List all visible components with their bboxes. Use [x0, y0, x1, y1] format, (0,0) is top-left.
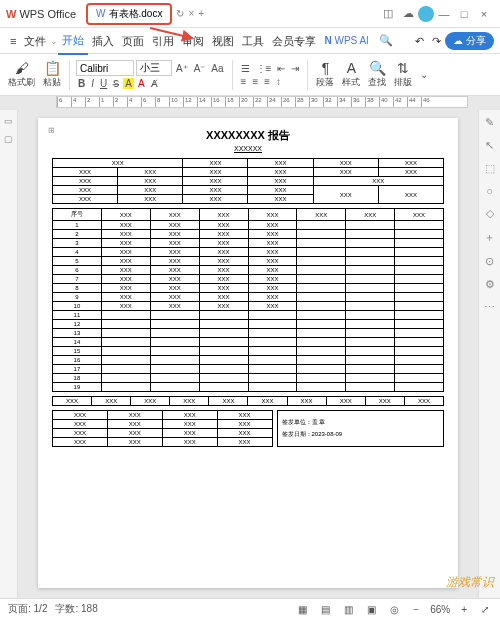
bullets-icon[interactable]: ☰	[239, 63, 252, 74]
hamburger-icon[interactable]: ≡	[6, 28, 20, 54]
clear-format-icon[interactable]: A̸	[149, 78, 160, 89]
numbering-icon[interactable]: ⋮≡	[254, 63, 274, 74]
app-logo: W	[6, 8, 16, 20]
increase-font-icon[interactable]: A⁺	[174, 63, 190, 74]
document-tab[interactable]: W 有表格.docx	[86, 3, 172, 25]
document-page[interactable]: ⊞ XXXXXXXX 报告 XXXXXX XXXXXXXXXXXXXXXXXXX…	[38, 118, 458, 588]
strike-icon[interactable]: S̶	[111, 78, 121, 89]
footer-left-table[interactable]: XXXXXXXXXXXXXXXXXXXXXXXXXXXXXXXXXXXXXXXX…	[52, 410, 273, 447]
horizontal-ruler[interactable]: 6421246810121416182022242628303234363840…	[56, 96, 468, 108]
bold-icon[interactable]: B	[76, 78, 87, 89]
app-name: WPS Office	[19, 8, 76, 20]
font-select[interactable]	[76, 60, 134, 76]
brush-icon: 🖌	[15, 60, 29, 76]
layout-button[interactable]: ⇅ 排版	[392, 60, 414, 89]
font-size-select[interactable]	[136, 60, 172, 76]
nav-icon[interactable]: ▢	[4, 134, 13, 144]
plus-icon[interactable]: ＋	[484, 230, 495, 245]
collapse-ribbon-icon[interactable]: ⌄	[418, 69, 430, 80]
sign-date: 签发日期：2023-08-09	[282, 430, 440, 439]
find-button[interactable]: 🔍 查找	[366, 60, 388, 89]
view-focus-icon[interactable]: ◎	[387, 604, 402, 615]
zoom-out-icon[interactable]: −	[410, 604, 422, 615]
paste-button[interactable]: 📋 粘贴	[41, 60, 63, 89]
redo-icon[interactable]: ↷	[428, 28, 445, 54]
cloud-icon[interactable]: ☁	[398, 7, 418, 20]
wps-ai-button[interactable]: N WPS AI	[320, 35, 372, 46]
styles-button[interactable]: A 样式	[340, 60, 362, 89]
highlight-icon[interactable]: A	[123, 78, 134, 89]
main-table[interactable]: 序号XXXXXXXXXXXXXXXXXXXXX1XXXXXXXXXXXX2XXX…	[52, 208, 444, 392]
view-web-icon[interactable]: ▤	[318, 604, 333, 615]
menu-view[interactable]: 视图	[208, 28, 238, 54]
menu-member[interactable]: 会员专享	[268, 28, 320, 54]
menu-insert[interactable]: 插入	[88, 28, 118, 54]
menu-reference[interactable]: 引用	[148, 28, 178, 54]
italic-icon[interactable]: I	[89, 78, 96, 89]
ruler-area: 6421246810121416182022242628303234363840…	[0, 96, 500, 110]
page-indicator[interactable]: 页面: 1/2	[8, 602, 47, 616]
case-icon[interactable]: Aa	[209, 63, 225, 74]
view-read-icon[interactable]: ▣	[364, 604, 379, 615]
menubar: ≡ 文件 ⌄ 开始 插入 页面 引用 审阅 视图 工具 会员专享 N WPS A…	[0, 28, 500, 54]
diamond-icon[interactable]: ◇	[486, 207, 494, 220]
fit-icon[interactable]: ⤢	[478, 604, 492, 615]
font-color-icon[interactable]: A	[136, 78, 147, 89]
paragraph-button[interactable]: ¶ 段落	[314, 60, 336, 89]
menu-page[interactable]: 页面	[118, 28, 148, 54]
vruler-icon[interactable]: ▭	[4, 116, 13, 126]
undo-icon[interactable]: ↶	[411, 28, 428, 54]
pen-icon[interactable]: ✎	[485, 116, 494, 129]
word-doc-icon: W	[96, 8, 105, 19]
line-spacing-icon[interactable]: ↕	[274, 76, 283, 87]
workspace: ▭ ▢ ⊞ XXXXXXXX 报告 XXXXXX XXXXXXXXXXXXXXX…	[0, 110, 500, 598]
align-right-icon[interactable]: ≡	[262, 76, 272, 87]
decrease-font-icon[interactable]: A⁻	[192, 63, 208, 74]
format-painter-button[interactable]: 🖌 格式刷	[6, 60, 37, 89]
cursor-icon[interactable]: ↖	[485, 139, 494, 152]
toolbar: 🖌 格式刷 📋 粘贴 A⁺ A⁻ Aa B I U S̶ A A A̸ ☰ ⋮≡…	[0, 54, 500, 96]
watermark: 游戏常识	[446, 574, 494, 591]
paragraph-icon: ¶	[322, 60, 330, 76]
align-left-icon[interactable]: ≡	[239, 76, 249, 87]
doc-subtitle: XXXXXX	[52, 145, 444, 152]
outdent-icon[interactable]: ⇤	[275, 63, 287, 74]
close-icon[interactable]: ×	[474, 8, 494, 20]
target-icon[interactable]: ⊙	[485, 255, 494, 268]
summary-table[interactable]: XXXXXXXXXXXXXXXXXXXXXXXXXXXXXX	[52, 396, 444, 406]
menu-review[interactable]: 审阅	[178, 28, 208, 54]
tab-refresh-icon[interactable]: ↻	[176, 8, 184, 19]
gear-icon[interactable]: ⚙	[485, 278, 495, 291]
clipboard-icon: 📋	[44, 60, 61, 76]
indent-icon[interactable]: ⇥	[289, 63, 301, 74]
zoom-in-icon[interactable]: +	[458, 604, 470, 615]
cube-icon[interactable]: ◫	[378, 7, 398, 20]
user-avatar[interactable]	[418, 6, 434, 22]
align-center-icon[interactable]: ≡	[250, 76, 260, 87]
table-handle-icon[interactable]: ⊞	[48, 126, 55, 135]
signature-box: 签发单位：盖 章 签发日期：2023-08-09	[277, 410, 445, 447]
tab-filename: 有表格.docx	[109, 7, 163, 21]
circle-icon[interactable]: ○	[486, 185, 493, 197]
header-table[interactable]: XXXXXXXXXXXXXXXXXXXXXXXXXXXXXXXXXXXXXXXX…	[52, 158, 444, 204]
view-print-icon[interactable]: ▦	[295, 604, 310, 615]
underline-icon[interactable]: U	[98, 78, 109, 89]
zoom-level[interactable]: 66%	[430, 604, 450, 615]
view-outline-icon[interactable]: ▥	[341, 604, 356, 615]
more-icon[interactable]: ⋯	[484, 301, 495, 314]
titlebar: W WPS Office W 有表格.docx ↻ × + ◫ ☁ — □ ×	[0, 0, 500, 28]
tab-new-icon[interactable]: +	[198, 8, 204, 19]
share-button[interactable]: ☁ 分享	[445, 32, 494, 50]
word-count[interactable]: 字数: 188	[55, 602, 97, 616]
minimize-icon[interactable]: —	[434, 8, 454, 20]
tab-close-icon[interactable]: ×	[188, 8, 194, 19]
menu-start[interactable]: 开始	[58, 27, 88, 55]
menu-tools[interactable]: 工具	[238, 28, 268, 54]
search-icon[interactable]: 🔍	[373, 34, 399, 47]
document-scroll[interactable]: ⊞ XXXXXXXX 报告 XXXXXX XXXXXXXXXXXXXXXXXXX…	[18, 110, 478, 598]
layout-icon: ⇅	[397, 60, 409, 76]
menu-file[interactable]: 文件	[20, 28, 50, 54]
maximize-icon[interactable]: □	[454, 8, 474, 20]
doc-title: XXXXXXXX 报告	[52, 128, 444, 143]
select-icon[interactable]: ⬚	[485, 162, 495, 175]
